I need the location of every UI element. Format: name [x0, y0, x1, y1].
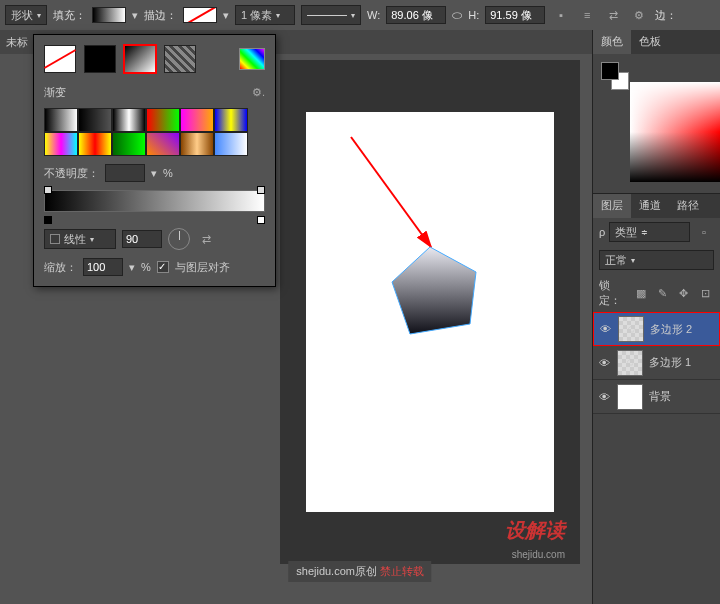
opacity-input[interactable] [105, 164, 145, 182]
stroke-label: 描边： [144, 8, 177, 23]
chevron-down-icon: ▾ [90, 235, 94, 244]
tab-paths[interactable]: 路径 [669, 194, 707, 218]
color-picker-button[interactable] [239, 48, 265, 70]
lock-artboard-icon[interactable]: ⊡ [696, 283, 714, 303]
fill-swatch[interactable] [92, 7, 126, 23]
svg-marker-1 [392, 247, 476, 334]
align-icon[interactable]: ▪ [551, 5, 571, 25]
document-tab[interactable]: 未标 [6, 35, 28, 50]
angle-input[interactable] [122, 230, 162, 248]
gradient-preset[interactable] [146, 108, 180, 132]
tool-mode-dropdown[interactable]: 形状 ▾ [5, 5, 47, 25]
color-panel [593, 54, 720, 194]
tool-mode-label: 形状 [11, 8, 33, 23]
filter-label: 类型 [615, 225, 637, 240]
layer-row[interactable]: 👁 ⬠ 多边形 1 [593, 346, 720, 380]
gradient-preset[interactable] [112, 132, 146, 156]
fill-gradient-button[interactable] [124, 45, 156, 73]
gradient-preset[interactable] [180, 108, 214, 132]
tab-color[interactable]: 颜色 [593, 30, 631, 54]
tab-swatches[interactable]: 色板 [631, 30, 669, 54]
gradient-preset[interactable] [112, 108, 146, 132]
tab-channels[interactable]: 通道 [631, 194, 669, 218]
watermark-url: shejidu.com [512, 549, 565, 560]
fill-none-button[interactable] [44, 45, 76, 73]
lock-transparency-icon[interactable]: ▩ [632, 283, 650, 303]
visibility-icon[interactable]: 👁 [597, 391, 611, 403]
blend-mode-dropdown[interactable]: 正常 ▾ [599, 250, 714, 270]
gradient-editor[interactable] [44, 190, 265, 220]
stroke-style-dropdown[interactable]: ▾ [301, 5, 361, 25]
fill-solid-button[interactable] [84, 45, 116, 73]
gradient-preset[interactable] [78, 108, 112, 132]
gradient-preset[interactable] [44, 108, 78, 132]
arrange-icon[interactable]: ⇄ [603, 5, 623, 25]
reverse-icon[interactable]: ⇄ [196, 229, 216, 249]
width-input[interactable] [386, 6, 446, 24]
chevron-down-icon: ▾ [351, 11, 355, 20]
lock-brush-icon[interactable]: ✎ [653, 283, 671, 303]
gradient-preset[interactable] [78, 132, 112, 156]
opacity-unit: % [163, 167, 173, 179]
pentagon-shape[interactable] [388, 242, 488, 342]
align-icon[interactable]: ≡ [577, 5, 597, 25]
blend-mode-label: 正常 [605, 253, 627, 268]
angle-dial[interactable] [168, 228, 190, 250]
lock-move-icon[interactable]: ✥ [675, 283, 693, 303]
gradient-preset[interactable] [214, 108, 248, 132]
link-icon[interactable]: ⬭ [452, 8, 462, 22]
opacity-label: 不透明度： [44, 166, 99, 181]
gradient-style-dropdown[interactable]: 线性 ▾ [44, 229, 116, 249]
scale-input[interactable] [83, 258, 123, 276]
color-ramp[interactable] [630, 82, 720, 182]
gear-icon[interactable]: ⚙ [629, 5, 649, 25]
chevron-down-icon: ▾ [276, 11, 280, 20]
fill-pattern-button[interactable] [164, 45, 196, 73]
gradient-preset[interactable] [44, 132, 78, 156]
credit-footer: shejidu.com原创 禁止转载 [288, 561, 431, 582]
linear-icon [50, 234, 60, 244]
layers-panel: ρ 类型 ≑ ▫ 正常 ▾ 锁定： ▩ ✎ ✥ ⊡ 👁 ⬠ 多边形 2 👁 [593, 218, 720, 414]
height-input[interactable] [485, 6, 545, 24]
layer-filter-dropdown[interactable]: 类型 ≑ [609, 222, 690, 242]
gradient-preset[interactable] [214, 132, 248, 156]
opacity-stop[interactable] [257, 186, 265, 194]
gradient-title: 渐变 [44, 85, 66, 100]
chevron-down-icon[interactable]: ▾ [151, 167, 157, 180]
visibility-icon[interactable]: 👁 [597, 357, 611, 369]
chevron-down-icon[interactable]: ▾ [132, 9, 138, 22]
layer-name[interactable]: 多边形 2 [650, 322, 692, 337]
search-icon[interactable]: ρ [599, 226, 605, 238]
color-stop[interactable] [44, 216, 52, 224]
filter-icon[interactable]: ▫ [694, 222, 714, 242]
layer-name[interactable]: 多边形 1 [649, 355, 691, 370]
canvas[interactable] [280, 60, 580, 564]
width-label: W: [367, 9, 380, 21]
layer-thumbnail[interactable]: ⬠ [618, 316, 644, 342]
chevron-down-icon[interactable]: ▾ [129, 261, 135, 274]
layer-thumbnail[interactable]: ⬠ [617, 350, 643, 376]
tab-layers[interactable]: 图层 [593, 194, 631, 218]
gradient-bar[interactable] [44, 190, 265, 212]
gear-icon[interactable]: ⚙. [252, 86, 265, 99]
layer-name[interactable]: 背景 [649, 389, 671, 404]
color-stop[interactable] [257, 216, 265, 224]
opacity-stop[interactable] [44, 186, 52, 194]
line-icon [307, 15, 347, 16]
foreground-background-swatches[interactable] [601, 62, 631, 92]
stroke-width-dropdown[interactable]: 1 像素 ▾ [235, 5, 295, 25]
layer-row[interactable]: 👁 ⬠ 多边形 2 [593, 312, 720, 346]
gradient-preset[interactable] [146, 132, 180, 156]
svg-line-0 [351, 137, 431, 247]
artboard[interactable] [306, 112, 554, 512]
stroke-swatch[interactable] [183, 7, 217, 23]
visibility-icon[interactable]: 👁 [598, 323, 612, 335]
foreground-swatch[interactable] [601, 62, 619, 80]
chevron-down-icon[interactable]: ▾ [223, 9, 229, 22]
credit-text: shejidu.com原创 [296, 565, 377, 577]
layer-thumbnail[interactable] [617, 384, 643, 410]
gradient-preset[interactable] [180, 132, 214, 156]
align-checkbox[interactable] [157, 261, 169, 273]
stroke-width-value: 1 像素 [241, 8, 272, 23]
layer-row[interactable]: 👁 背景 [593, 380, 720, 414]
